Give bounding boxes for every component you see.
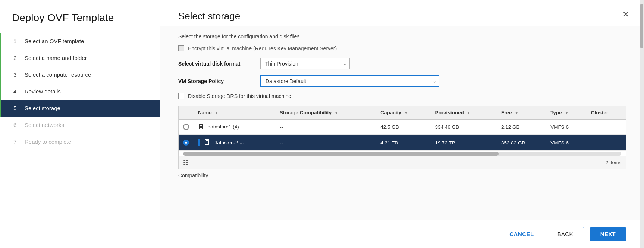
row2-type: VMFS 6 bbox=[546, 135, 587, 151]
cancel-button[interactable]: CANCEL bbox=[503, 227, 541, 241]
sidebar-item-compute-resource[interactable]: 3 Select a compute resource bbox=[0, 66, 160, 83]
row2-radio-col[interactable] bbox=[179, 135, 194, 151]
storage-policy-select-wrap: Datastore Default ⌵ bbox=[260, 75, 439, 87]
encrypt-label: Encrypt this virtual machine (Requires K… bbox=[188, 45, 337, 51]
sidebar-item-ovf-template[interactable]: 1 Select an OVF template bbox=[0, 33, 160, 50]
row1-type: VMFS 6 bbox=[546, 120, 587, 135]
datastore2-icon: 🗄 bbox=[204, 139, 210, 146]
step-label-7: Ready to complete bbox=[25, 139, 71, 145]
row1-cluster bbox=[587, 120, 626, 135]
subtitle-text: Select the storage for the configuration… bbox=[178, 34, 626, 39]
row1-radio-btn[interactable] bbox=[183, 124, 189, 130]
step-label-4: Review details bbox=[25, 88, 61, 95]
sidebar-item-ready-complete: 7 Ready to complete bbox=[0, 133, 160, 150]
content-area: Select the storage for the configuration… bbox=[160, 26, 644, 220]
disk-format-select-wrap: Thin Provision ⌵ bbox=[260, 58, 350, 69]
page-title: Select storage bbox=[178, 10, 240, 22]
step-number-2: 2 bbox=[13, 55, 20, 61]
table-row[interactable]: 🗄 datastore1 (4) -- 42.5 GB 334.46 GB 2.… bbox=[179, 120, 626, 135]
sidebar-item-name-folder[interactable]: 2 Select a name and folder bbox=[0, 50, 160, 66]
disk-format-label: Select virtual disk format bbox=[178, 61, 260, 67]
step-label-5: Select storage bbox=[25, 105, 60, 111]
th-compatibility: Storage Compatibility ▼ bbox=[275, 106, 376, 120]
sidebar-item-review-details[interactable]: 4 Review details bbox=[0, 83, 160, 100]
compatibility-label: Compatibility bbox=[178, 172, 626, 178]
drs-row: Disable Storage DRS for this virtual mac… bbox=[178, 93, 626, 99]
storage-table: Name ▼ Storage Compatibility ▼ Capacity … bbox=[179, 106, 626, 156]
row2-compatibility: -- bbox=[275, 135, 376, 151]
drs-label: Disable Storage DRS for this virtual mac… bbox=[188, 93, 291, 99]
step-label-6: Select networks bbox=[25, 122, 64, 128]
table-row[interactable]: 🗄 Datastore2 ... -- 4.31 TB 19.72 TB 353… bbox=[179, 135, 626, 151]
table-footer: ☷ 2 items bbox=[179, 156, 626, 169]
free-filter-icon[interactable]: ▼ bbox=[515, 111, 518, 115]
step-label-1: Select an OVF template bbox=[25, 38, 84, 44]
sidebar-title: Deploy OVF Template bbox=[0, 0, 160, 33]
storage-table-wrap: Name ▼ Storage Compatibility ▼ Capacity … bbox=[178, 106, 626, 169]
row2-name: 🗄 Datastore2 ... bbox=[194, 135, 275, 151]
step-label-3: Select a compute resource bbox=[25, 71, 91, 78]
row1-radio-col[interactable] bbox=[179, 120, 194, 135]
table-header-row: Name ▼ Storage Compatibility ▼ Capacity … bbox=[179, 106, 626, 120]
step-number-3: 3 bbox=[13, 71, 20, 78]
encrypt-checkbox[interactable] bbox=[178, 45, 184, 51]
step-label-2: Select a name and folder bbox=[25, 55, 87, 61]
row1-name: 🗄 datastore1 (4) bbox=[194, 120, 275, 135]
capacity-filter-icon[interactable]: ▼ bbox=[404, 111, 408, 115]
encrypt-row: Encrypt this virtual machine (Requires K… bbox=[178, 45, 626, 51]
row1-capacity: 42.5 GB bbox=[376, 120, 430, 135]
th-radio bbox=[179, 106, 194, 120]
table-footer-icons: ☷ bbox=[183, 159, 188, 166]
sidebar-steps: 1 Select an OVF template 2 Select a name… bbox=[0, 33, 160, 248]
th-type: Type ▼ bbox=[546, 106, 587, 120]
vertical-scrollbar[interactable] bbox=[640, 0, 644, 248]
disk-format-select[interactable]: Thin Provision bbox=[260, 58, 350, 69]
th-capacity: Capacity ▼ bbox=[376, 106, 430, 120]
sidebar: Deploy OVF Template 1 Select an OVF temp… bbox=[0, 0, 160, 248]
table-scrollbar-row bbox=[179, 151, 626, 156]
table-scrollbar-cell bbox=[179, 151, 626, 156]
next-button[interactable]: NEXT bbox=[590, 227, 626, 241]
datastore1-icon: 🗄 bbox=[198, 124, 204, 130]
items-count: 2 items bbox=[606, 160, 621, 165]
vertical-scrollbar-thumb bbox=[640, 4, 643, 48]
row2-cluster bbox=[587, 135, 626, 151]
main-content: Select storage ✕ Select the storage for … bbox=[160, 0, 644, 248]
storage-policy-select[interactable]: Datastore Default bbox=[260, 75, 439, 87]
compatibility-filter-icon[interactable]: ▼ bbox=[334, 111, 338, 115]
th-name: Name ▼ bbox=[194, 106, 275, 120]
storage-policy-row: VM Storage Policy Datastore Default ⌵ bbox=[178, 75, 626, 87]
row2-free: 353.82 GB bbox=[497, 135, 546, 151]
deploy-ovf-modal: Deploy OVF Template 1 Select an OVF temp… bbox=[0, 0, 644, 248]
name-filter-icon[interactable]: ▼ bbox=[215, 111, 219, 115]
type-filter-icon[interactable]: ▼ bbox=[565, 111, 568, 115]
row1-compatibility: -- bbox=[275, 120, 376, 135]
th-provisioned: Provisioned ▼ bbox=[430, 106, 497, 120]
horizontal-scrollbar-thumb bbox=[183, 152, 499, 156]
storage-policy-label: VM Storage Policy bbox=[178, 78, 260, 84]
table-columns-icon[interactable]: ☷ bbox=[183, 159, 188, 166]
row1-provisioned: 334.46 GB bbox=[430, 120, 497, 135]
drs-checkbox[interactable] bbox=[178, 93, 184, 99]
th-cluster: Cluster bbox=[587, 106, 626, 120]
footer: CANCEL BACK NEXT bbox=[160, 220, 644, 248]
row2-capacity: 4.31 TB bbox=[376, 135, 430, 151]
step-number-6: 6 bbox=[13, 122, 20, 128]
step-number-7: 7 bbox=[13, 139, 20, 145]
row2-radio-btn[interactable] bbox=[183, 140, 189, 146]
row1-free: 2.12 GB bbox=[497, 120, 546, 135]
provisioned-filter-icon[interactable]: ▼ bbox=[466, 111, 470, 115]
close-button[interactable]: ✕ bbox=[621, 10, 631, 19]
sidebar-item-select-storage[interactable]: 5 Select storage bbox=[0, 100, 160, 117]
main-header: Select storage ✕ bbox=[160, 0, 644, 26]
sidebar-item-select-networks: 6 Select networks bbox=[0, 117, 160, 133]
disk-format-row: Select virtual disk format Thin Provisio… bbox=[178, 58, 626, 69]
step-number-5: 5 bbox=[13, 105, 20, 111]
row2-provisioned: 19.72 TB bbox=[430, 135, 497, 151]
back-button[interactable]: BACK bbox=[547, 227, 584, 241]
step-number-4: 4 bbox=[13, 88, 20, 95]
th-free: Free ▼ bbox=[497, 106, 546, 120]
horizontal-scrollbar[interactable] bbox=[183, 152, 621, 156]
step-number-1: 1 bbox=[13, 38, 20, 44]
